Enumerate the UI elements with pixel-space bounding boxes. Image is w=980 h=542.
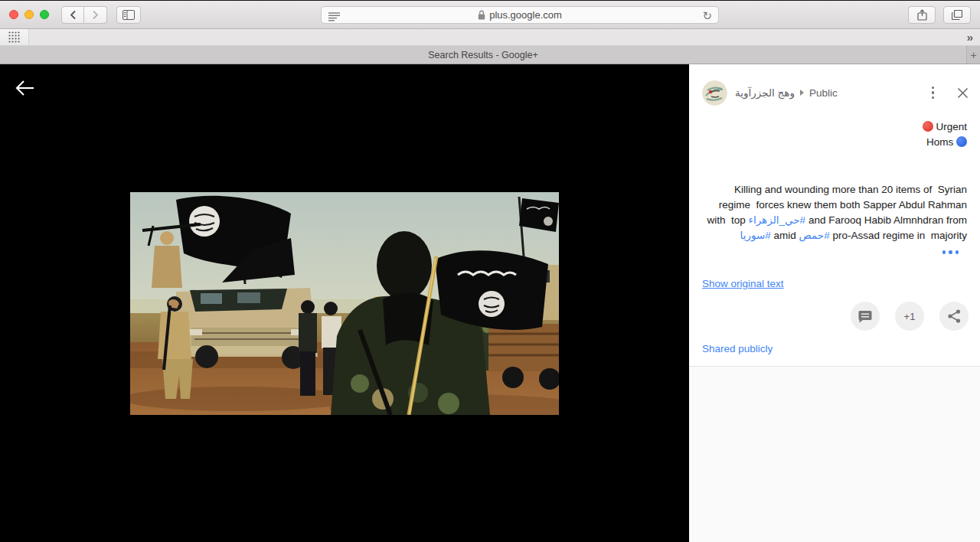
post-header: وهج الجزرآوية Public [702, 80, 969, 106]
page-content: وهج الجزرآوية Public Urgent Homs Ki [0, 64, 980, 542]
forward-button[interactable] [84, 6, 107, 24]
favorites-overflow-button[interactable]: ›› [967, 29, 972, 45]
post-text: Killing and wounding more than 20 items … [702, 182, 967, 243]
red-circle-emoji [923, 121, 933, 132]
new-tab-button[interactable]: + [966, 46, 980, 64]
hashtag-link[interactable]: #حمص [799, 230, 829, 241]
share-page-icon [917, 9, 927, 21]
post-text-segment: pro-Assad regime in majority [830, 230, 967, 241]
blue-circle-emoji [956, 136, 967, 147]
comment-icon [858, 310, 872, 323]
shared-publicly-link[interactable]: Shared publicly [702, 343, 773, 354]
lock-icon [478, 10, 485, 20]
back-button[interactable] [61, 6, 84, 24]
traffic-lights [9, 10, 49, 19]
back-chevron-icon [70, 10, 77, 20]
expand-post-button[interactable] [942, 250, 959, 254]
tab-bar: Search Results - Google+ + [0, 46, 980, 64]
post-text-line: Killing and wounding more than 20 items … [702, 182, 967, 198]
more-options-button[interactable] [927, 83, 939, 103]
browser-toolbar: plus.google.com ↻ [0, 1, 980, 29]
share-icon [948, 309, 961, 323]
zoom-window-button[interactable] [40, 10, 49, 19]
close-icon[interactable] [957, 87, 969, 99]
nav-buttons [61, 6, 107, 24]
urgent-line-2: Homs [923, 135, 967, 150]
back-arrow-button[interactable] [15, 80, 35, 100]
post-text-segment: regime forces knew them both Sapper Abdu… [719, 199, 967, 211]
favorites-grid-button[interactable] [0, 29, 29, 45]
hashtag-link[interactable]: #حي_الزهراء [749, 214, 806, 226]
comment-button[interactable] [851, 302, 880, 331]
visibility-label: Public [809, 87, 838, 99]
panel-footer [689, 366, 980, 542]
forward-chevron-icon [92, 10, 99, 20]
show-tabs-button[interactable] [943, 6, 971, 24]
back-arrow-icon [15, 80, 35, 96]
post-text-line: regime forces knew them both Sapper Abdu… [702, 198, 967, 213]
address-field[interactable]: plus.google.com ↻ [321, 6, 719, 24]
plus-one-button[interactable]: +1 [895, 302, 924, 331]
sidebar-icon [122, 10, 135, 20]
author-name[interactable]: وهج الجزرآوية [735, 87, 795, 99]
safari-window: plus.google.com ↻ [0, 0, 980, 542]
photo-viewer [0, 64, 689, 542]
close-window-button[interactable] [9, 10, 18, 19]
photo-illustration [130, 192, 559, 415]
post-panel: وهج الجزرآوية Public Urgent Homs Ki [689, 64, 980, 542]
show-original-text-link[interactable]: Show original text [702, 278, 784, 289]
reader-view-icon[interactable] [328, 11, 340, 24]
post-photo [130, 192, 559, 415]
urgent-lines: Urgent Homs [923, 119, 967, 150]
favorites-bar: ›› [0, 29, 980, 46]
share-page-button[interactable] [908, 6, 936, 24]
minimize-window-button[interactable] [24, 10, 34, 19]
favorites-grid-icon [8, 31, 20, 43]
breadcrumb-arrow-icon [800, 90, 804, 96]
hashtag-link[interactable]: #سوريا [740, 230, 771, 241]
post-text-line: #سوريا amid #حمص pro-Assad regime in maj… [702, 228, 967, 243]
post-actions: +1 [851, 302, 969, 331]
post-text-segment: amid [771, 230, 799, 241]
reload-icon[interactable]: ↻ [702, 9, 712, 22]
tabs-icon [952, 10, 962, 20]
tab-search-results[interactable]: Search Results - Google+ [0, 46, 966, 64]
post-text-line: with top #حي_الزهراء and Farooq Habib Al… [702, 213, 967, 228]
url-text: plus.google.com [489, 9, 562, 21]
avatar[interactable] [702, 80, 727, 106]
toolbar-right-buttons [908, 6, 971, 24]
share-button[interactable] [939, 302, 969, 331]
sidebar-button[interactable] [116, 6, 141, 24]
post-text-segment: with top [707, 214, 749, 226]
urgent-line-1: Urgent [923, 119, 967, 135]
url-bar-area: plus.google.com ↻ [141, 6, 899, 24]
post-text-segment: Killing and wounding more than 20 items … [734, 184, 967, 195]
post-text-segment: and Farooq Habib Almnhdran from [805, 214, 967, 226]
